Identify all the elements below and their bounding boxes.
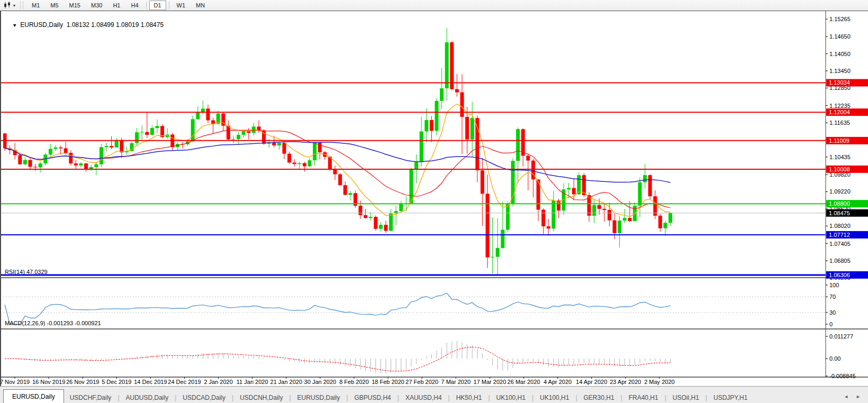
price-level-label-1.08800: 1.08800 bbox=[826, 200, 868, 207]
svg-text:26 Nov 2019: 26 Nov 2019 bbox=[66, 379, 99, 385]
svg-text:18 Feb 2020: 18 Feb 2020 bbox=[372, 379, 404, 385]
price-level-label-1.11009: 1.11009 bbox=[826, 137, 868, 144]
price-level-label-1.07712: 1.07712 bbox=[826, 231, 868, 239]
chart-symbol: EURUSD,Daily bbox=[20, 21, 63, 29]
timeframe-button-w1[interactable]: W1 bbox=[172, 1, 191, 10]
trading-terminal: { "toolbar": { "chart_icon": "candlestic… bbox=[0, 0, 868, 403]
symbol-tab-ger30-h1[interactable]: GER30,H1 bbox=[578, 392, 620, 403]
price-level-label-1.06306: 1.06306 bbox=[826, 271, 868, 279]
svg-text:7 Nov 2019: 7 Nov 2019 bbox=[1, 379, 30, 385]
symbol-tab-uk100-h1[interactable]: UK100,H1 bbox=[534, 392, 575, 403]
svg-text:7 Mar 2020: 7 Mar 2020 bbox=[441, 379, 471, 385]
svg-text:27 Feb 2020: 27 Feb 2020 bbox=[405, 379, 438, 385]
timeframe-button-mn[interactable]: MN bbox=[191, 1, 210, 10]
timeframe-button-h4[interactable]: H4 bbox=[126, 1, 143, 10]
symbol-tab-hk50-h1[interactable]: HK50,H1 bbox=[450, 392, 488, 403]
svg-text:1.06805: 1.06805 bbox=[829, 258, 851, 264]
tabs-scroll-right-icon[interactable]: ► bbox=[856, 394, 861, 399]
toolbar-separator bbox=[169, 2, 169, 9]
symbol-tab-usdchf-daily[interactable]: USDCHF,Daily bbox=[64, 392, 117, 403]
svg-text:1.13034: 1.13034 bbox=[829, 79, 850, 86]
tabs-scroll-left-icon[interactable]: ◄ bbox=[844, 394, 848, 399]
svg-text:30 Jan 2020: 30 Jan 2020 bbox=[304, 379, 337, 385]
timeframe-button-m15[interactable]: M15 bbox=[65, 1, 85, 10]
toolbar-separator bbox=[146, 2, 147, 9]
symbol-tab-audusd-daily[interactable]: AUDUSD,Daily bbox=[120, 392, 175, 403]
timeframe-toolbar: ▾ M1M5M15M30H1H4D1W1MN bbox=[0, 0, 868, 11]
timeframe-button-m1[interactable]: M1 bbox=[27, 1, 44, 10]
chart-ohlc-values: 1.08132 1.08499 1.08019 1.08475 bbox=[67, 21, 164, 29]
chart-type-dropdown-caret[interactable]: ▾ bbox=[13, 3, 15, 8]
timeframe-button-h1[interactable]: H1 bbox=[108, 1, 125, 10]
svg-text:5 Dec 2019: 5 Dec 2019 bbox=[102, 379, 131, 385]
svg-text:24 Dec 2019: 24 Dec 2019 bbox=[168, 379, 201, 385]
price-level-label-1.10008: 1.10008 bbox=[826, 166, 868, 173]
chart-window[interactable]: ▼EURUSD,Daily 1.08132 1.08499 1.08019 1.… bbox=[0, 11, 868, 386]
timeframe-button-d1[interactable]: D1 bbox=[149, 1, 166, 10]
svg-text:16 Nov 2019: 16 Nov 2019 bbox=[32, 379, 65, 385]
svg-text:1.14050: 1.14050 bbox=[829, 51, 851, 57]
svg-text:1.08475: 1.08475 bbox=[829, 210, 850, 216]
symbol-tab-usdjpy-h1[interactable]: USDJPY,H1 bbox=[708, 392, 753, 403]
svg-text:1.10435: 1.10435 bbox=[829, 154, 851, 160]
svg-text:14 Dec 2019: 14 Dec 2019 bbox=[134, 379, 167, 385]
svg-text:1.15265: 1.15265 bbox=[829, 16, 851, 22]
svg-text:30: 30 bbox=[829, 309, 836, 316]
price-level-label-1.13034: 1.13034 bbox=[826, 79, 868, 86]
svg-text:8 Feb 2020: 8 Feb 2020 bbox=[339, 379, 369, 385]
price-level-label-1.08475: 1.08475 bbox=[826, 209, 868, 217]
svg-text:70: 70 bbox=[829, 294, 836, 300]
macd-indicator-label: MACD(12,26,9) -0.001293 -0.000921 bbox=[5, 320, 101, 326]
svg-text:0: 0 bbox=[829, 321, 833, 327]
svg-text:100: 100 bbox=[829, 282, 839, 288]
svg-text:1.13450: 1.13450 bbox=[829, 68, 851, 74]
symbol-tab-eurusd-daily[interactable]: EURUSD,Daily bbox=[3, 389, 64, 403]
svg-text:1.11009: 1.11009 bbox=[829, 138, 849, 144]
svg-text:1.08020: 1.08020 bbox=[829, 223, 851, 229]
chart-title: ▼EURUSD,Daily 1.08132 1.08499 1.08019 1.… bbox=[5, 14, 164, 36]
svg-text:14 Apr 2020: 14 Apr 2020 bbox=[576, 379, 607, 385]
svg-text:0.011277: 0.011277 bbox=[829, 333, 853, 340]
svg-text:1.10008: 1.10008 bbox=[829, 166, 850, 172]
svg-text:1.12235: 1.12235 bbox=[829, 103, 851, 109]
svg-text:2 Jan 2020: 2 Jan 2020 bbox=[204, 379, 232, 385]
symbol-tabbar: EURUSD,DailyUSDCHF,Daily|AUDUSD,Daily|US… bbox=[0, 386, 868, 403]
svg-text:11 Jan 2020: 11 Jan 2020 bbox=[237, 379, 268, 385]
svg-text:1.09220: 1.09220 bbox=[829, 188, 851, 195]
svg-text:1.06306: 1.06306 bbox=[829, 272, 850, 278]
chart-canvas[interactable]: 1.152651.146501.140501.134501.128501.122… bbox=[1, 11, 868, 387]
price-level-label-1.12004: 1.12004 bbox=[826, 108, 868, 116]
svg-text:21 Jan 2020: 21 Jan 2020 bbox=[270, 379, 303, 385]
svg-text:-0.008845: -0.008845 bbox=[829, 373, 856, 379]
symbol-tab-gbpusd-h4[interactable]: GBPUSD,H4 bbox=[348, 392, 396, 403]
symbol-tab-eurusd-daily[interactable]: EURUSD,Daily bbox=[292, 392, 346, 403]
symbol-tab-xauusd-h4[interactable]: XAUUSD,H4 bbox=[400, 392, 448, 403]
symbol-tab-usoil-h1[interactable]: USOil,H1 bbox=[667, 392, 705, 403]
timeframe-button-m5[interactable]: M5 bbox=[46, 1, 63, 10]
symbol-dropdown-icon[interactable]: ▼ bbox=[12, 23, 17, 28]
rsi-indicator-label: RSI(14) 47.0329 bbox=[5, 269, 48, 275]
timeframe-button-m30[interactable]: M30 bbox=[86, 1, 107, 10]
svg-text:0.00: 0.00 bbox=[829, 355, 840, 362]
svg-text:1.11635: 1.11635 bbox=[829, 120, 850, 126]
svg-text:2 May 2020: 2 May 2020 bbox=[644, 379, 674, 385]
svg-text:1.07405: 1.07405 bbox=[829, 241, 851, 247]
symbol-tab-uk100-h1[interactable]: UK100,H1 bbox=[491, 392, 531, 403]
symbol-tab-usdcad-daily[interactable]: USDCAD,Daily bbox=[177, 392, 231, 403]
svg-text:23 Apr 2020: 23 Apr 2020 bbox=[610, 379, 641, 385]
svg-text:1.12004: 1.12004 bbox=[829, 109, 850, 115]
svg-text:4 Apr 2020: 4 Apr 2020 bbox=[544, 379, 572, 385]
svg-text:26 Mar 2020: 26 Mar 2020 bbox=[508, 379, 540, 385]
toolbar-gripper[interactable] bbox=[20, 2, 23, 9]
svg-text:1.07712: 1.07712 bbox=[829, 232, 850, 238]
symbol-tab-usdcnh-daily[interactable]: USDCNH,Daily bbox=[234, 392, 288, 403]
chart-type-icon[interactable] bbox=[2, 1, 13, 10]
svg-text:1.14650: 1.14650 bbox=[829, 33, 851, 40]
svg-text:1.08800: 1.08800 bbox=[829, 200, 850, 207]
svg-text:17 Mar 2020: 17 Mar 2020 bbox=[474, 379, 507, 385]
symbol-tab-fra40-h1[interactable]: FRA40,H1 bbox=[623, 392, 664, 403]
